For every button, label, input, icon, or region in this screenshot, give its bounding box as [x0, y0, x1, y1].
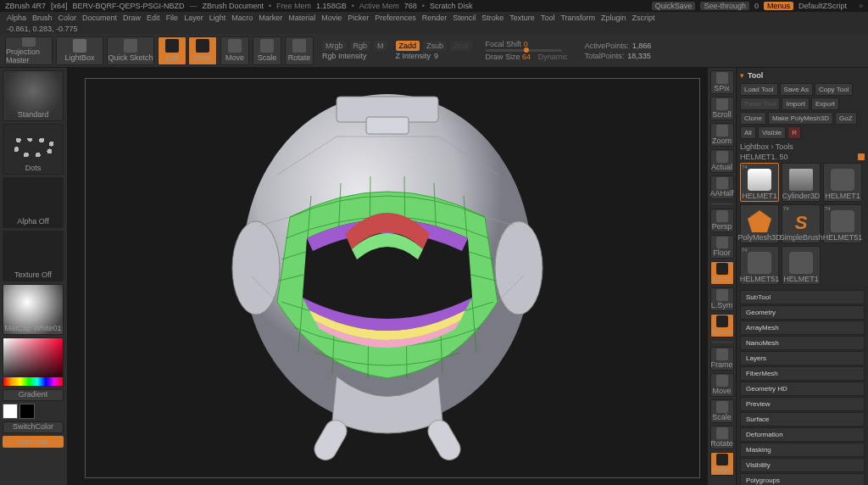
local-button[interactable]: Local [710, 261, 734, 285]
alternate-button[interactable]: Alternate [3, 436, 64, 448]
section-arraymesh[interactable]: ArrayMesh [740, 321, 865, 335]
menu-transform[interactable]: Transform [560, 14, 595, 22]
section-nanomesh[interactable]: NanoMesh [740, 336, 865, 350]
import-button[interactable]: Import [782, 98, 810, 110]
stroke-selector[interactable]: Dots [3, 124, 64, 175]
paste-tool-button[interactable]: Paste Tool [740, 98, 780, 110]
material-selector[interactable]: MatCap White01 [3, 284, 64, 335]
lightbox-tools-link[interactable]: Lightbox › Tools [740, 142, 865, 151]
section-masking[interactable]: Masking [740, 443, 865, 457]
section-geometryhd[interactable]: Geometry HD [740, 382, 865, 396]
draw-size-value[interactable]: 64 [522, 53, 531, 61]
menu-zscript[interactable]: Zscript [632, 14, 655, 22]
default-zscript[interactable]: DefaultZScript [798, 2, 847, 10]
r-chip[interactable] [858, 153, 865, 160]
menus-button[interactable]: Menus [764, 2, 793, 10]
brush-selector[interactable]: Standard [3, 70, 64, 121]
section-fibermesh[interactable]: FiberMesh [740, 366, 865, 381]
panel-collapse-icon[interactable]: ▾ [740, 71, 744, 80]
quicksave-button[interactable]: QuickSave [652, 2, 696, 10]
tool-thumb[interactable]: 74SSimpleBrush [782, 204, 821, 243]
rotate-button[interactable]: Rotate [285, 36, 314, 65]
menu-color[interactable]: Color [58, 14, 77, 22]
spix-button[interactable]: SPix [710, 70, 734, 94]
menu-macro[interactable]: Macro [231, 14, 253, 22]
menu-alpha[interactable]: Alpha [7, 14, 26, 22]
load-tool-button[interactable]: Load Tool [740, 83, 778, 96]
menu-edit[interactable]: Edit [147, 14, 160, 22]
make-polymesh-button[interactable]: Make PolyMesh3D [768, 112, 833, 125]
move-view-button[interactable]: Move [710, 373, 734, 397]
alpha-selector[interactable]: Alpha Off [3, 177, 64, 228]
lsym-button[interactable]: L.Sym [710, 287, 734, 311]
quicksketch-button[interactable]: Quick Sketch [107, 36, 154, 65]
menu-marker[interactable]: Marker [259, 14, 282, 22]
canvas-viewport[interactable] [68, 68, 707, 485]
menu-tool[interactable]: Tool [541, 14, 555, 22]
menu-stencil[interactable]: Stencil [453, 14, 476, 22]
section-polygroups[interactable]: Polygroups [740, 473, 865, 485]
menu-light[interactable]: Light [209, 14, 226, 22]
copy-tool-button[interactable]: Copy Tool [815, 83, 853, 96]
rgb-toggle[interactable]: Rgb [350, 41, 371, 51]
menu-stroke[interactable]: Stroke [481, 14, 504, 22]
move-button[interactable]: Move [220, 36, 249, 65]
menu-document[interactable]: Document [82, 14, 117, 22]
section-subtool[interactable]: SubTool [740, 290, 865, 304]
model-display[interactable] [209, 81, 565, 471]
m-toggle[interactable]: M [374, 41, 387, 51]
persp-button[interactable]: Persp [710, 209, 734, 232]
projection-master-button[interactable]: Projection Master [5, 36, 53, 65]
tool-thumb[interactable]: 74HELMET51 [823, 204, 862, 243]
menu-material[interactable]: Material [288, 14, 315, 22]
mrgb-toggle[interactable]: Mrgb [322, 41, 347, 51]
draw-button[interactable]: Draw [188, 36, 217, 65]
collapse-icon[interactable]: » [859, 2, 863, 10]
goz-r-button[interactable]: R [787, 126, 801, 139]
menu-texture[interactable]: Texture [509, 14, 535, 22]
goz-visible-button[interactable]: Visible [758, 126, 786, 139]
focal-shift-slider[interactable] [486, 49, 562, 52]
section-visibility[interactable]: Visibility [740, 458, 865, 472]
z-intensity-value[interactable]: 9 [434, 52, 438, 60]
zadd-toggle[interactable]: Zadd [396, 41, 420, 51]
tool-thumb[interactable]: 74HELMET1 [740, 163, 779, 202]
main-color-chip[interactable] [3, 404, 18, 419]
scroll-button[interactable]: Scroll [710, 97, 734, 120]
menu-preferences[interactable]: Preferences [375, 14, 416, 22]
zoom-button[interactable]: Zoom [710, 123, 734, 147]
color-picker[interactable] [3, 337, 64, 387]
menu-brush[interactable]: Brush [32, 14, 53, 22]
tool-thumb[interactable]: HELMET1 [823, 163, 862, 202]
menu-layer[interactable]: Layer [184, 14, 203, 22]
scale-view-button[interactable]: Scale [710, 399, 734, 423]
menu-picker[interactable]: Picker [348, 14, 369, 22]
section-geometry[interactable]: Geometry [740, 305, 865, 320]
seethrough-label[interactable]: See-through [700, 2, 749, 10]
scale-button[interactable]: Scale [253, 36, 281, 65]
switch-color-button[interactable]: SwitchColor [3, 421, 64, 433]
section-layers[interactable]: Layers [740, 351, 865, 365]
edit-button[interactable]: Edit [158, 36, 186, 65]
tool-thumb[interactable]: 74HELMET51 [740, 246, 779, 285]
frame-button[interactable]: Frame [710, 347, 734, 371]
gradient-toggle[interactable]: Gradient [3, 389, 64, 401]
polyframe-button[interactable]: PolyF [710, 452, 734, 476]
goz-button[interactable]: GoZ [835, 112, 857, 125]
rotate-view-button[interactable]: Rotate [710, 426, 734, 449]
zcut-toggle[interactable]: Zcut [450, 41, 472, 51]
section-deformation[interactable]: Deformation [740, 427, 865, 442]
texture-selector[interactable]: Texture Off [3, 231, 64, 282]
save-as-button[interactable]: Save As [780, 83, 813, 96]
actual-button[interactable]: Actual [710, 149, 734, 173]
tool-thumb[interactable]: PolyMesh3D [740, 204, 779, 243]
xpose-button[interactable]: Xpose [710, 314, 734, 337]
menu-render[interactable]: Render [422, 14, 448, 22]
section-preview[interactable]: Preview [740, 397, 865, 411]
menu-draw[interactable]: Draw [123, 14, 141, 22]
aahalf-button[interactable]: AAHalf [710, 176, 734, 199]
secondary-color-chip[interactable] [19, 404, 35, 419]
menu-movie[interactable]: Movie [321, 14, 342, 22]
goz-all-button[interactable]: All [740, 126, 756, 139]
section-surface[interactable]: Surface [740, 412, 865, 426]
